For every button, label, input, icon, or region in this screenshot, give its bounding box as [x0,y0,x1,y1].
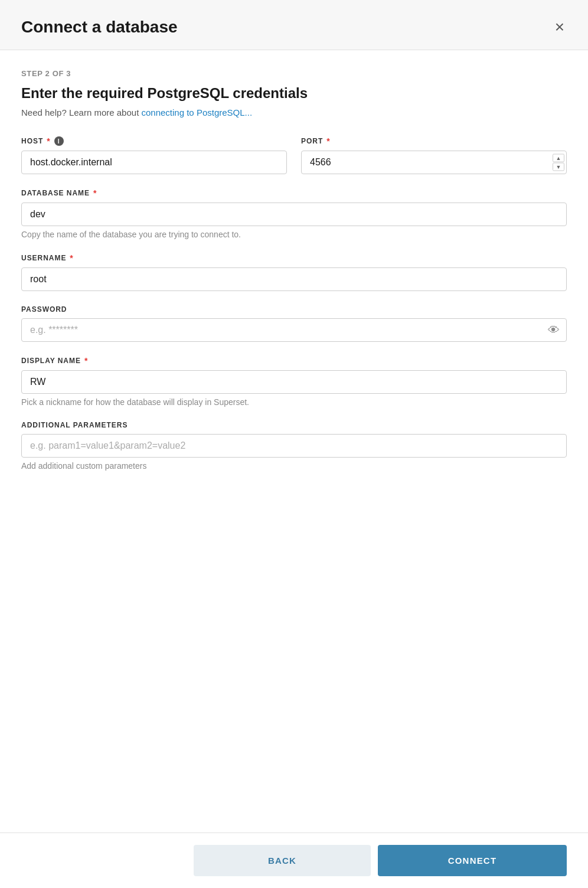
username-input[interactable] [21,267,567,291]
database-name-required-star: * [93,188,97,198]
port-required-star: * [326,136,330,146]
password-label: PASSWORD [21,305,567,314]
help-prefix: Need help? Learn more about [21,107,141,117]
password-visibility-toggle[interactable]: 👁 [548,324,560,337]
step-indicator: STEP 2 OF 3 [21,69,567,78]
password-input-wrapper: 👁 [21,318,567,342]
display-name-required-star: * [84,356,88,365]
display-name-input[interactable] [21,370,567,394]
host-label: HOST * i [21,136,287,146]
username-required-star: * [70,253,73,263]
port-increment-button[interactable]: ▲ [553,154,564,162]
modal-body: STEP 2 OF 3 Enter the required PostgreSQ… [0,50,588,833]
username-label: USERNAME * [21,253,567,263]
additional-parameters-input[interactable] [21,434,567,458]
modal-header: Connect a database × [0,0,588,50]
host-input[interactable] [21,151,287,174]
port-input[interactable] [301,151,567,174]
back-button[interactable]: BACK [194,845,371,876]
port-input-wrapper: ▲ ▼ [301,151,567,174]
host-port-row: HOST * i PORT * ▲ ▼ [21,136,567,174]
help-link[interactable]: connecting to PostgreSQL... [141,107,252,117]
modal-container: Connect a database × STEP 2 OF 3 Enter t… [0,0,588,888]
display-name-hint: Pick a nickname for how the database wil… [21,397,567,407]
display-name-label: DISPLAY NAME * [21,356,567,365]
database-name-group: DATABASE NAME * Copy the name of the dat… [21,188,567,239]
eye-icon: 👁 [548,324,560,337]
database-name-input[interactable] [21,203,567,226]
display-name-group: DISPLAY NAME * Pick a nickname for how t… [21,356,567,407]
database-name-hint: Copy the name of the database you are tr… [21,230,567,239]
help-text: Need help? Learn more about connecting t… [21,107,567,117]
close-button[interactable]: × [553,17,567,38]
port-decrement-button[interactable]: ▼ [553,163,564,171]
host-info-icon[interactable]: i [54,136,64,146]
port-field-group: PORT * ▲ ▼ [301,136,567,174]
host-required-star: * [47,136,50,146]
username-group: USERNAME * [21,253,567,291]
password-input[interactable] [21,318,567,342]
modal-title: Connect a database [21,18,178,37]
additional-parameters-label: ADDITIONAL PARAMETERS [21,421,567,429]
modal-footer: BACK CONNECT [0,833,588,888]
additional-parameters-hint: Add additional custom parameters [21,461,567,471]
port-spinner: ▲ ▼ [553,154,564,171]
host-field-group: HOST * i [21,136,287,174]
password-group: PASSWORD 👁 [21,305,567,342]
step-heading: Enter the required PostgreSQL credential… [21,85,567,102]
additional-parameters-group: ADDITIONAL PARAMETERS Add additional cus… [21,421,567,471]
connect-button[interactable]: CONNECT [378,845,567,876]
database-name-label: DATABASE NAME * [21,188,567,198]
port-label: PORT * [301,136,567,146]
